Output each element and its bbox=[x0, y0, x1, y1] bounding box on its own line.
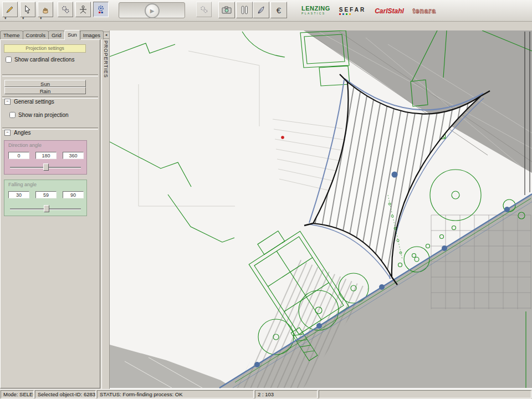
direction-angle-slider-track[interactable] bbox=[10, 167, 81, 168]
feather-icon bbox=[257, 6, 265, 14]
playback-panel: ▶ bbox=[119, 2, 185, 18]
main-toolbar: ▾ ▾ ▾ ▶ bbox=[0, 0, 532, 22]
status-bar: Mode: SELECT Selected object-ID: 6283 ST… bbox=[0, 389, 532, 399]
select-dropdown-arrow[interactable]: ▾ bbox=[22, 16, 24, 20]
tab-sun[interactable]: Sun bbox=[64, 30, 80, 40]
origin-marker bbox=[281, 136, 284, 139]
angles-label: Angles bbox=[14, 130, 31, 136]
panel-tabs: Theme Controls Grid Sun Images bbox=[0, 30, 103, 40]
sun-tab-content: Projection settings Show cardinal direct… bbox=[0, 39, 100, 388]
play-icon: ▶ bbox=[150, 8, 155, 14]
direction-angle-max-input[interactable] bbox=[63, 152, 84, 159]
tab-controls[interactable]: Controls bbox=[23, 30, 49, 39]
falling-angle-label: Falling angle bbox=[8, 182, 37, 187]
show-rain-projection-row[interactable]: Show rain projection bbox=[9, 112, 69, 118]
camera-icon bbox=[222, 6, 232, 14]
tab-theme[interactable]: Theme bbox=[0, 30, 23, 39]
euro-icon: € bbox=[277, 6, 281, 15]
show-rain-projection-checkbox[interactable] bbox=[9, 112, 16, 118]
direction-angle-slider-thumb[interactable] bbox=[43, 163, 49, 171]
show-cardinal-directions-row[interactable]: Show cardinal directions bbox=[6, 57, 74, 63]
show-cardinal-directions-label: Show cardinal directions bbox=[14, 57, 74, 63]
status-scale: 2 : 103 bbox=[255, 390, 318, 398]
show-cardinal-directions-checkbox[interactable] bbox=[6, 57, 12, 63]
projection-settings-header: Projection settings bbox=[4, 44, 86, 53]
pan-dropdown-arrow[interactable]: ▾ bbox=[40, 16, 42, 20]
general-settings-section: − General settings bbox=[4, 99, 54, 105]
divider bbox=[2, 74, 98, 76]
gears-icon bbox=[61, 5, 70, 14]
direction-angle-min-input[interactable] bbox=[8, 152, 29, 159]
annotate-button[interactable] bbox=[253, 2, 269, 18]
sun-button[interactable]: Sun bbox=[4, 80, 86, 87]
status-process: STATUS: Form-finding process: OK bbox=[97, 390, 254, 398]
show-rain-projection-label: Show rain projection bbox=[18, 112, 69, 118]
collapse-angles-icon[interactable]: − bbox=[4, 130, 11, 136]
columns-button[interactable] bbox=[236, 2, 253, 18]
snapshot-button[interactable] bbox=[218, 2, 235, 18]
collapse-general-settings-icon[interactable]: − bbox=[4, 99, 11, 105]
render-gears-icon bbox=[200, 5, 208, 14]
status-mode: Mode: SELECT bbox=[1, 390, 34, 398]
drawing-canvas[interactable] bbox=[110, 30, 532, 390]
process-gears-button[interactable] bbox=[196, 2, 212, 17]
status-selected-object: Selected object-ID: 6283 bbox=[35, 390, 96, 398]
tab-grid[interactable]: Grid bbox=[48, 30, 65, 39]
rain-button[interactable]: Rain bbox=[4, 87, 86, 94]
columns-icon bbox=[240, 5, 249, 15]
properties-tab[interactable]: PROPERTIES bbox=[103, 40, 109, 78]
pencil-icon bbox=[6, 5, 14, 14]
falling-angle-slider-track[interactable] bbox=[10, 208, 81, 209]
settings-tool-button[interactable] bbox=[93, 2, 109, 17]
site-plan-drawing bbox=[110, 30, 532, 390]
falling-angle-value-input[interactable] bbox=[35, 191, 57, 198]
falling-angle-group: Falling angle bbox=[4, 180, 87, 216]
pan-tool-button[interactable] bbox=[38, 2, 53, 17]
direction-angle-group: Direction angle bbox=[4, 140, 87, 175]
gears-tool-button[interactable] bbox=[58, 2, 73, 17]
human-figure-icon bbox=[79, 5, 88, 14]
tenara-logo: tenara bbox=[413, 7, 436, 15]
tab-images[interactable]: Images bbox=[80, 30, 104, 39]
application-window: ▾ ▾ ▾ ▶ bbox=[0, 0, 532, 399]
sponsor-logos: LENZING PLASTICS SEFAR CarlStahl tenara bbox=[301, 5, 436, 17]
status-filler bbox=[319, 390, 531, 398]
pencil-tool-button[interactable] bbox=[2, 2, 18, 17]
general-settings-label: General settings bbox=[14, 99, 54, 105]
settings-gear-icon bbox=[96, 5, 105, 14]
angles-section: − Angles bbox=[4, 130, 31, 136]
direction-angle-label: Direction angle bbox=[8, 142, 42, 148]
direction-angle-value-input[interactable] bbox=[35, 152, 57, 159]
carlstahl-logo: CarlStahl bbox=[375, 7, 404, 15]
pencil-dropdown-arrow[interactable]: ▾ bbox=[4, 16, 7, 20]
select-cursor-icon bbox=[23, 5, 32, 14]
settings-panel: Theme Controls Grid Sun Images Projectio… bbox=[0, 30, 101, 390]
falling-angle-min-input[interactable] bbox=[8, 191, 29, 198]
sefar-logo: SEFAR bbox=[339, 7, 366, 15]
properties-strip: ◄ PROPERTIES bbox=[101, 30, 110, 390]
cost-button[interactable]: € bbox=[270, 2, 287, 18]
select-tool-button[interactable] bbox=[20, 2, 35, 17]
sefar-color-squares bbox=[339, 13, 351, 15]
lenzing-logo: LENZING PLASTICS bbox=[301, 6, 330, 16]
pan-hand-icon bbox=[41, 5, 50, 14]
play-button[interactable]: ▶ bbox=[145, 3, 160, 18]
falling-angle-slider-thumb[interactable] bbox=[44, 205, 49, 212]
falling-angle-max-input[interactable] bbox=[63, 191, 84, 198]
figure-tool-button[interactable] bbox=[75, 2, 91, 17]
